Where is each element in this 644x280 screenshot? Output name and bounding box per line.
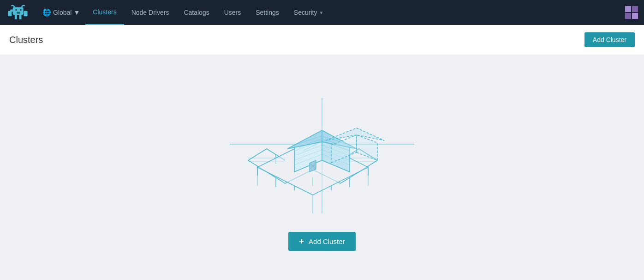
nav-item-security[interactable]: Security ▼ <box>286 0 331 25</box>
svg-point-8 <box>17 12 20 14</box>
rancher-logo <box>7 4 30 21</box>
globe-icon: 🌐 <box>42 8 51 17</box>
page-title: Clusters <box>9 35 43 45</box>
svg-rect-0 <box>8 11 12 16</box>
global-chevron-icon: ▼ <box>73 9 80 16</box>
navbar: 🌐 Global ▼ Clusters Node Drivers Catalog… <box>0 0 644 25</box>
security-chevron-icon: ▼ <box>319 10 323 15</box>
nav-items: Clusters Node Drivers Catalogs Users Set… <box>85 0 619 25</box>
svg-rect-2 <box>15 15 17 19</box>
svg-point-6 <box>15 9 17 11</box>
grid-app-icon <box>625 6 638 19</box>
svg-point-7 <box>20 9 21 11</box>
nav-item-clusters[interactable]: Clusters <box>85 0 124 25</box>
nav-item-catalogs[interactable]: Catalogs <box>176 0 216 25</box>
nav-item-node-drivers[interactable]: Node Drivers <box>124 0 177 25</box>
plus-icon: + <box>299 237 304 246</box>
svg-rect-3 <box>19 15 22 19</box>
empty-state: + Add Cluster <box>9 89 635 251</box>
add-cluster-button-center[interactable]: + Add Cluster <box>288 232 356 251</box>
nav-item-settings[interactable]: Settings <box>248 0 286 25</box>
global-label: Global <box>53 9 72 16</box>
nav-right <box>619 0 644 25</box>
nav-item-users[interactable]: Users <box>217 0 249 25</box>
global-selector[interactable]: 🌐 Global ▼ <box>37 0 85 25</box>
user-avatar-button[interactable] <box>619 0 644 25</box>
svg-rect-5 <box>24 11 27 16</box>
svg-point-10 <box>19 12 20 13</box>
cluster-illustration <box>221 89 423 218</box>
svg-point-9 <box>17 12 18 13</box>
svg-rect-4 <box>10 9 13 12</box>
add-cluster-button-top[interactable]: Add Cluster <box>584 32 635 47</box>
main-content: + Add Cluster <box>0 55 644 280</box>
page-header: Clusters Add Cluster <box>0 25 644 55</box>
brand-logo-container[interactable] <box>0 0 37 25</box>
